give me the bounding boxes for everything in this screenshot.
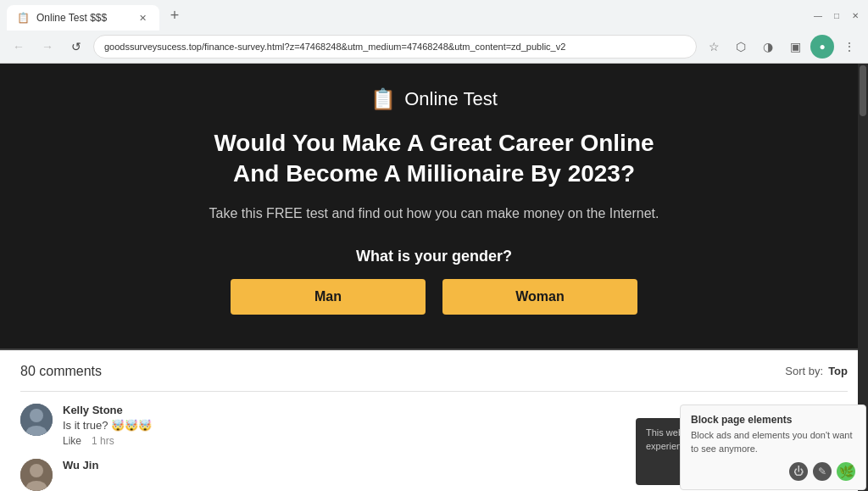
tab-favicon: 📋 bbox=[17, 12, 30, 24]
like-button[interactable]: Like bbox=[63, 435, 81, 447]
comments-divider bbox=[20, 391, 848, 392]
comments-header: 80 comments Sort by: Top bbox=[20, 364, 848, 379]
refresh-button[interactable]: ↺ bbox=[64, 35, 88, 59]
title-bar: 📋 Online Test $$$ ✕ + — □ ✕ bbox=[0, 0, 868, 31]
maximize-button[interactable]: □ bbox=[831, 9, 843, 21]
logo-text: Online Test bbox=[404, 88, 498, 110]
sort-by: Sort by: Top bbox=[785, 365, 848, 377]
gender-buttons: Man Woman bbox=[231, 279, 637, 315]
block-panel: Block page elements Block ads and elemen… bbox=[680, 405, 866, 490]
profile-icon[interactable]: ◑ bbox=[756, 35, 780, 59]
comments-count: 80 comments bbox=[20, 364, 102, 379]
man-button[interactable]: Man bbox=[231, 279, 426, 315]
svg-point-4 bbox=[30, 464, 43, 477]
browser-chrome: 📋 Online Test $$$ ✕ + — □ ✕ ← → ↺ goodss… bbox=[0, 0, 868, 64]
extensions-icon[interactable]: ⬡ bbox=[729, 35, 753, 59]
browser-tab[interactable]: 📋 Online Test $$$ ✕ bbox=[7, 5, 159, 31]
tab-close-button[interactable]: ✕ bbox=[136, 11, 149, 25]
gender-question: What is your gender? bbox=[356, 248, 512, 265]
avatar bbox=[20, 404, 53, 436]
cookie-bottom-icons: ⏻ ✎ 🌿 bbox=[691, 462, 855, 481]
sort-value[interactable]: Top bbox=[828, 365, 848, 377]
window-controls: — □ ✕ bbox=[812, 9, 861, 21]
toolbar-icons: ☆ ⬡ ◑ ▣ ● ⋮ bbox=[702, 35, 861, 59]
forward-button[interactable]: → bbox=[36, 35, 59, 59]
comment-time: 1 hrs bbox=[92, 435, 114, 447]
block-panel-title: Block page elements bbox=[691, 414, 855, 426]
main-area: 📋 Online Test Would You Make A Great Car… bbox=[0, 64, 868, 349]
account-icon[interactable]: ● bbox=[810, 35, 834, 59]
check-icon[interactable]: 🌿 bbox=[837, 462, 855, 481]
page-headline: Would You Make A Great Career Online And… bbox=[188, 128, 680, 190]
address-url: goodssurveysucess.top/finance-survey.htm… bbox=[104, 42, 686, 52]
logo-icon: 📋 bbox=[370, 87, 396, 111]
bookmark-icon[interactable]: ☆ bbox=[702, 35, 726, 59]
menu-icon[interactable]: ⋮ bbox=[837, 35, 861, 59]
tab-title: Online Test $$$ bbox=[36, 12, 129, 24]
block-panel-text: Block ads and elements you don't want to… bbox=[691, 429, 855, 455]
minimize-button[interactable]: — bbox=[812, 9, 824, 21]
address-bar-row: ← → ↺ goodssurveysucess.top/finance-surv… bbox=[0, 31, 868, 63]
new-tab-button[interactable]: + bbox=[163, 3, 186, 27]
sort-label: Sort by: bbox=[785, 365, 823, 377]
svg-point-1 bbox=[30, 409, 43, 422]
page-content: 📋 Online Test Would You Make A Great Car… bbox=[0, 64, 868, 491]
close-button[interactable]: ✕ bbox=[849, 9, 861, 21]
back-button[interactable]: ← bbox=[7, 35, 31, 59]
site-logo: 📋 Online Test bbox=[370, 87, 498, 111]
avatar bbox=[20, 459, 53, 491]
power-icon[interactable]: ⏻ bbox=[789, 462, 808, 481]
woman-button[interactable]: Woman bbox=[442, 279, 637, 315]
scrollbar-thumb bbox=[860, 65, 866, 116]
page-subtext: Take this FREE test and find out how you… bbox=[209, 204, 659, 224]
edit-icon[interactable]: ✎ bbox=[813, 462, 832, 481]
address-box[interactable]: goodssurveysucess.top/finance-survey.htm… bbox=[93, 35, 697, 59]
screen-cast-icon[interactable]: ▣ bbox=[783, 35, 807, 59]
